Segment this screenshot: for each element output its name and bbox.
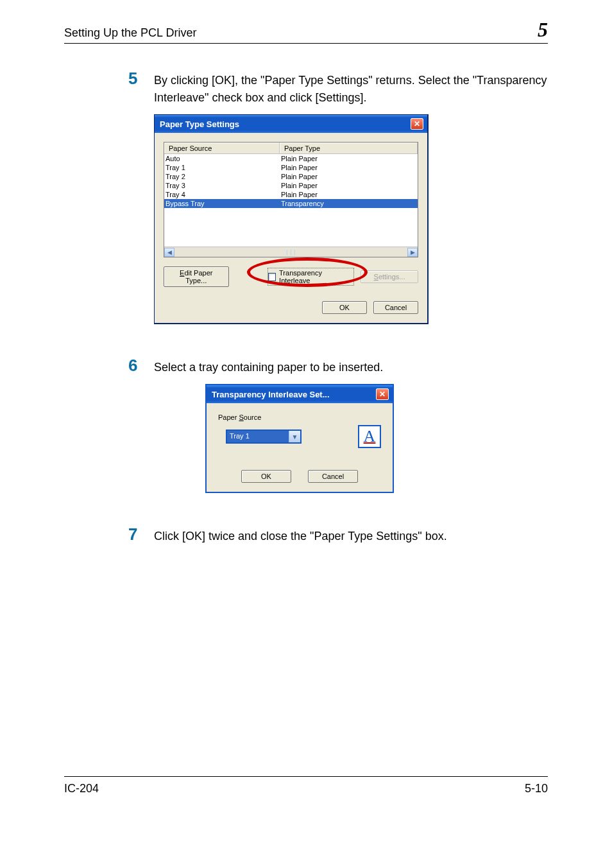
- close-icon[interactable]: ✕: [411, 118, 423, 130]
- paper-icon: A: [358, 425, 381, 448]
- step-5: 5 By clicking [OK], the "Paper Type Sett…: [64, 69, 548, 107]
- combo-value: Tray 1: [227, 431, 289, 442]
- cell-source: Bypass Tray: [164, 199, 280, 208]
- page-footer: IC-204 5-10: [64, 776, 548, 795]
- dialog-title: Transparency Interleave Set...: [212, 390, 330, 399]
- scroll-right-icon[interactable]: ▶: [407, 248, 418, 257]
- checkbox-label: Transparency Interleave: [279, 269, 352, 284]
- cancel-button[interactable]: Cancel: [308, 470, 358, 483]
- step-7: 7 Click [OK] twice and close the "Paper …: [64, 525, 548, 545]
- ok-button[interactable]: OK: [241, 470, 291, 483]
- scroll-track[interactable]: ∣∣∣: [174, 249, 407, 256]
- table-row[interactable]: AutoPlain Paper: [164, 154, 418, 163]
- chevron-down-icon[interactable]: ▼: [289, 431, 300, 442]
- settings-button: Settings...: [361, 270, 418, 283]
- table-row[interactable]: Tray 3Plain Paper: [164, 181, 418, 190]
- table-row[interactable]: Tray 4Plain Paper: [164, 190, 418, 199]
- cell-type: Plain Paper: [280, 172, 418, 181]
- cell-source: Auto: [164, 154, 280, 163]
- cell-type: Plain Paper: [280, 154, 418, 163]
- step-text: Click [OK] twice and close the "Paper Ty…: [154, 525, 447, 545]
- cancel-button[interactable]: Cancel: [373, 301, 418, 314]
- page-header: Setting Up the PCL Driver 5: [64, 18, 548, 44]
- table-row[interactable]: Bypass TrayTransparency: [164, 199, 418, 208]
- step-number: 6: [128, 356, 154, 376]
- step-number: 5: [128, 69, 154, 107]
- footer-left: IC-204: [64, 782, 99, 795]
- transparency-interleave-checkbox[interactable]: Transparency Interleave: [268, 268, 354, 286]
- step-number: 7: [128, 525, 154, 545]
- close-icon[interactable]: ✕: [376, 388, 389, 400]
- cell-source: Tray 3: [164, 181, 280, 190]
- paper-source-combobox[interactable]: Tray 1 ▼: [226, 430, 302, 444]
- paper-type-listview[interactable]: Paper Source Paper Type AutoPlain PaperT…: [164, 142, 418, 257]
- step-6: 6 Select a tray containing paper to be i…: [64, 356, 548, 376]
- step-text: By clicking [OK], the "Paper Type Settin…: [154, 69, 548, 107]
- footer-right: 5-10: [525, 782, 548, 795]
- scroll-left-icon[interactable]: ◀: [164, 248, 174, 257]
- checkbox-icon[interactable]: [268, 273, 276, 281]
- cell-type: Plain Paper: [280, 163, 418, 172]
- listview-header-row: Paper Source Paper Type: [164, 143, 418, 154]
- column-header-source[interactable]: Paper Source: [164, 143, 280, 153]
- paper-type-settings-dialog: Paper Type Settings ✕ Paper Source Paper…: [154, 114, 429, 324]
- dialog-title: Paper Type Settings: [160, 119, 239, 129]
- horizontal-scrollbar[interactable]: ◀ ∣∣∣ ▶: [164, 247, 418, 257]
- dialog-titlebar: Transparency Interleave Set... ✕: [207, 385, 393, 403]
- header-title: Setting Up the PCL Driver: [64, 26, 196, 40]
- column-header-type[interactable]: Paper Type: [280, 143, 418, 153]
- step-text: Select a tray containing paper to be ins…: [154, 356, 383, 376]
- table-row[interactable]: Tray 1Plain Paper: [164, 163, 418, 172]
- ok-button[interactable]: OK: [322, 301, 367, 314]
- cell-type: Transparency: [280, 199, 418, 208]
- cell-source: Tray 4: [164, 190, 280, 199]
- chapter-number: 5: [538, 18, 548, 42]
- cell-source: Tray 2: [164, 172, 280, 181]
- cell-type: Plain Paper: [280, 190, 418, 199]
- paper-source-label: Paper Source: [218, 413, 381, 421]
- transparency-interleave-dialog: Transparency Interleave Set... ✕ Paper S…: [205, 384, 394, 493]
- edit-paper-type-button[interactable]: Edit Paper Type...: [164, 266, 229, 287]
- cell-type: Plain Paper: [280, 181, 418, 190]
- cell-source: Tray 1: [164, 163, 280, 172]
- dialog-titlebar: Paper Type Settings ✕: [155, 115, 427, 133]
- table-row[interactable]: Tray 2Plain Paper: [164, 172, 418, 181]
